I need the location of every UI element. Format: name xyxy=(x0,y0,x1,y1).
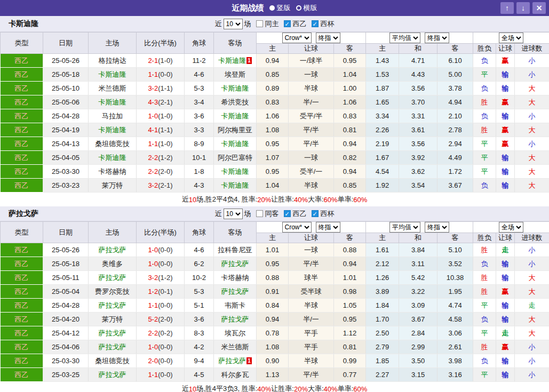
home-team-label: 马拉加 xyxy=(102,112,123,120)
handicap-line: 受平/半 xyxy=(289,109,334,123)
winloss-result: 负 xyxy=(473,82,496,95)
move-down-button[interactable]: ↓ xyxy=(516,2,530,14)
avg-draw-odds: 3.70 xyxy=(399,95,437,109)
recent-count-select[interactable]: 10 xyxy=(224,209,243,219)
odds-home: 0.78 xyxy=(257,326,289,340)
average-time-select[interactable]: 终指 xyxy=(425,222,449,233)
col-header-handicap-result: 让球 xyxy=(496,44,515,54)
goals-result: 大 xyxy=(515,285,549,299)
odds-time-select[interactable]: 终指 xyxy=(316,33,340,43)
away-team: 萨拉戈萨 xyxy=(214,285,257,299)
match-score: 3-2(1-1) xyxy=(137,82,185,95)
match-date: 25-05-26 xyxy=(43,54,89,68)
scope-select-cell: 全场 xyxy=(473,33,549,44)
col-header-avg-home: 主 xyxy=(366,44,399,54)
avg-home-odds: 1.84 xyxy=(366,299,399,313)
odds-home: 1.07 xyxy=(257,151,289,165)
col-header-avg-draw: 和 xyxy=(399,44,437,54)
handicap-result: 输 xyxy=(496,354,515,368)
col-header-away: 客场 xyxy=(214,222,257,243)
col-header-odds-away: 客 xyxy=(334,44,366,54)
table-row: 西乙25-04-05卡斯迪隆2-2(1-2)10-1阿尔巴塞特1.07一球0.8… xyxy=(1,151,549,165)
average-select[interactable]: 平均值 xyxy=(389,222,420,233)
away-team: 希洪竞技 xyxy=(214,95,257,109)
summary-segment: 场,胜4平3负3, 胜率: xyxy=(196,384,257,392)
cup-checkbox[interactable] xyxy=(312,20,319,27)
match-date: 25-03-23 xyxy=(43,179,89,193)
half-time-score: (1-1) xyxy=(158,126,172,134)
match-score: 4-3(2-1) xyxy=(137,95,185,109)
league-type: 西乙 xyxy=(1,179,43,193)
goals-result: 大 xyxy=(515,151,549,165)
league-checkbox[interactable] xyxy=(284,210,291,217)
home-team: 桑坦德竞技 xyxy=(89,354,137,368)
winloss-result: 负 xyxy=(473,54,496,68)
home-team: 米兰德斯 xyxy=(89,82,137,95)
col-header-date: 日期 xyxy=(43,33,89,54)
avg-away-odds: 6.10 xyxy=(437,54,473,68)
odds-away: 0.94 xyxy=(334,257,366,271)
corner-score: 3-6 xyxy=(185,109,214,123)
handicap-result: 赢 xyxy=(496,137,515,151)
handicap-result: 输 xyxy=(496,313,515,326)
corner-score: 3-3 xyxy=(185,123,214,137)
matches-label: 场 xyxy=(244,19,251,29)
half-time-score: (0-2) xyxy=(158,329,172,337)
away-team-label: 卡斯迪隆 xyxy=(221,112,249,120)
avg-draw-odds: 3.54 xyxy=(399,179,437,193)
average-time-select[interactable]: 终指 xyxy=(425,33,449,43)
half-time-score: (0-1) xyxy=(158,287,172,295)
same-side-checkbox[interactable] xyxy=(256,20,263,27)
league-checkbox[interactable] xyxy=(284,20,291,27)
avg-home-odds: 1.43 xyxy=(366,54,399,68)
match-score: 1-0(0-0) xyxy=(137,340,185,354)
home-team-label: 萨拉戈萨 xyxy=(99,274,126,282)
full-time-score: 4-3 xyxy=(148,98,158,106)
cup-checkbox[interactable] xyxy=(312,210,319,217)
odds-source-select[interactable]: Crow* xyxy=(282,33,312,43)
corner-score: 4-5 xyxy=(185,368,214,382)
col-header-handicap-result: 让球 xyxy=(496,233,515,243)
handicap-result: 赢 xyxy=(496,95,515,109)
section-summary: 近10场,胜4平3负3, 胜率:40% 让胜率:20% 大率:40% 单率:60… xyxy=(0,382,549,392)
cup-label: 西杯 xyxy=(321,19,335,29)
avg-home-odds: 2.26 xyxy=(366,123,399,137)
average-select[interactable]: 平均值 xyxy=(389,33,420,43)
away-team: 埃瓦尔 xyxy=(214,326,257,340)
odds-source-select[interactable]: Crow* xyxy=(282,222,312,233)
odds-home: 0.89 xyxy=(257,82,289,95)
col-header-avg-away: 客 xyxy=(437,233,473,243)
scope-select[interactable]: 全场 xyxy=(499,33,523,43)
avg-draw-odds: 4.43 xyxy=(399,68,437,82)
half-time-score: (2-1) xyxy=(158,181,172,189)
avg-draw-odds: 3.67 xyxy=(399,313,437,326)
full-time-score: 3-2 xyxy=(148,181,158,189)
avg-draw-odds: 3.11 xyxy=(399,257,437,271)
handicap-result: 输 xyxy=(496,271,515,285)
scope-select[interactable]: 全场 xyxy=(499,222,523,233)
league-type: 西乙 xyxy=(1,326,43,340)
avg-away-odds: 2.10 xyxy=(437,109,473,123)
radio-horizontal-layout[interactable]: 横版 xyxy=(296,3,317,13)
league-type: 西乙 xyxy=(1,285,43,299)
summary-segment: 40% xyxy=(257,385,271,392)
avg-home-odds: 1.67 xyxy=(366,151,399,165)
close-button[interactable]: ✕ xyxy=(532,2,546,14)
title-bar: 近期战绩 竖版 横版 ↑ ↓ ✕ xyxy=(0,0,549,16)
match-score: 1-1(0-0) xyxy=(137,68,185,82)
table-row: 西乙25-03-30卡塔赫纳2-2(2-0)1-8卡斯迪隆0.95受半/一0.9… xyxy=(1,165,549,179)
col-header-odds-handicap: 让球 xyxy=(289,233,334,243)
same-side-checkbox[interactable] xyxy=(256,210,263,217)
league-type: 西乙 xyxy=(1,82,43,95)
half-time-score: (1-2) xyxy=(158,154,172,162)
avg-draw-odds: 3.92 xyxy=(399,151,437,165)
winloss-result: 负 xyxy=(473,354,496,368)
move-up-button[interactable]: ↑ xyxy=(500,2,514,14)
goals-result: 小 xyxy=(515,243,549,257)
recent-count-select[interactable]: 10 xyxy=(224,19,243,29)
radio-vertical-layout[interactable]: 竖版 xyxy=(269,3,291,13)
home-team: 卡塔赫纳 xyxy=(89,165,137,179)
match-date: 25-05-18 xyxy=(43,68,89,82)
half-time-score: (0-0) xyxy=(158,246,172,254)
odds-time-select[interactable]: 终指 xyxy=(316,222,340,233)
